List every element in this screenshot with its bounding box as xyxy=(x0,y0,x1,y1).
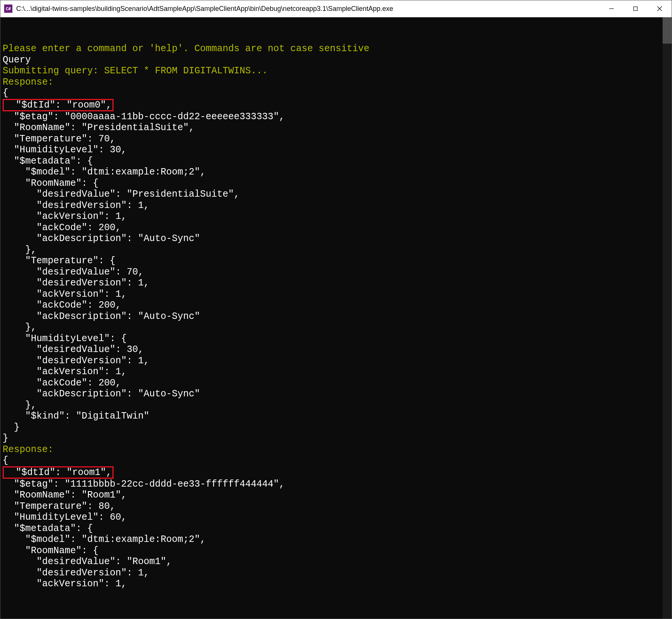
json-line: "desiredVersion": 1, xyxy=(3,355,149,366)
json-line: "desiredVersion": 1, xyxy=(3,278,149,288)
scrollbar-track[interactable] xyxy=(663,17,672,619)
json-line: "ackVersion": 1, xyxy=(3,578,127,589)
json-line: "desiredVersion": 1, xyxy=(3,567,149,578)
json-line: "$model": "dtmi:example:Room;2", xyxy=(3,534,206,545)
json-line: "Temperature": 70, xyxy=(3,134,115,144)
json-line: "RoomName": { xyxy=(3,545,99,556)
titlebar[interactable]: C# C:\...\digital-twins-samples\building… xyxy=(0,0,672,17)
json-line: }, xyxy=(3,400,36,411)
console-output[interactable]: Please enter a command or 'help'. Comman… xyxy=(0,17,672,619)
json-line: }, xyxy=(3,244,36,255)
json-line: "Temperature": 80, xyxy=(3,501,115,512)
json-line: "desiredValue": 70, xyxy=(3,267,144,278)
command-input-line: Query xyxy=(3,55,31,65)
app-icon: C# xyxy=(4,5,12,13)
json-line: "$metadata": { xyxy=(3,156,93,167)
titlebar-path: C:\...\digital-twins-samples\buildingSce… xyxy=(16,5,599,13)
prompt-line: Please enter a command or 'help'. Comman… xyxy=(3,43,369,54)
json-line: { xyxy=(3,88,8,99)
json-line: "ackVersion": 1, xyxy=(3,366,127,377)
response-label-1: Response: xyxy=(3,77,53,88)
json-line: "HumidityLevel": { xyxy=(3,333,127,344)
json-line: "Temperature": { xyxy=(3,255,115,266)
response-label-2: Response: xyxy=(3,444,53,455)
window-controls xyxy=(599,0,672,17)
json-line: "RoomName": "PresidentialSuite", xyxy=(3,122,194,133)
json-line: "$etag": "0000aaaa-11bb-cccc-dd22-eeeeee… xyxy=(3,111,285,122)
app-window: C# C:\...\digital-twins-samples\building… xyxy=(0,0,672,619)
json-line: }, xyxy=(3,322,36,333)
json-line: "$metadata": { xyxy=(3,523,93,534)
scrollbar-thumb[interactable] xyxy=(663,17,672,44)
submitting-line: Submitting query: SELECT * FROM DIGITALT… xyxy=(3,65,268,76)
dtid-room1-highlight: "$dtId": "room1", xyxy=(3,466,114,479)
json-line: "$etag": "1111bbbb-22cc-dddd-ee33-ffffff… xyxy=(3,479,285,490)
json-line: "ackDescription": "Auto-Sync" xyxy=(3,233,200,244)
close-button[interactable] xyxy=(648,0,672,17)
json-line: "HumidityLevel": 60, xyxy=(3,512,127,523)
json-line: "RoomName": "Room1", xyxy=(3,490,127,501)
json-line: "$model": "dtmi:example:Room;2", xyxy=(3,167,206,178)
json-line: "desiredVersion": 1, xyxy=(3,200,149,211)
json-line: "ackVersion": 1, xyxy=(3,211,127,222)
json-line: "RoomName": { xyxy=(3,178,99,189)
json-line: { xyxy=(3,455,8,466)
json-line: "ackDescription": "Auto-Sync" xyxy=(3,388,200,399)
json-line: "desiredValue": "PresidentialSuite", xyxy=(3,189,240,200)
dtid-room0-highlight: "$dtId": "room0", xyxy=(3,99,114,111)
json-line: } xyxy=(3,433,8,444)
json-line: "ackDescription": "Auto-Sync" xyxy=(3,311,200,322)
json-line: } xyxy=(3,422,20,433)
svg-rect-1 xyxy=(634,7,637,11)
json-line: "$kind": "DigitalTwin" xyxy=(3,411,149,422)
json-line: "desiredValue": "Room1", xyxy=(3,556,172,567)
minimize-button[interactable] xyxy=(599,0,623,17)
json-line: "desiredValue": 30, xyxy=(3,344,144,355)
json-line: "ackCode": 200, xyxy=(3,222,121,233)
json-line: "ackVersion": 1, xyxy=(3,289,127,300)
json-line: "ackCode": 200, xyxy=(3,378,121,388)
json-line: "ackCode": 200, xyxy=(3,300,121,311)
maximize-button[interactable] xyxy=(623,0,648,17)
json-line: "HumidityLevel": 30, xyxy=(3,144,127,155)
